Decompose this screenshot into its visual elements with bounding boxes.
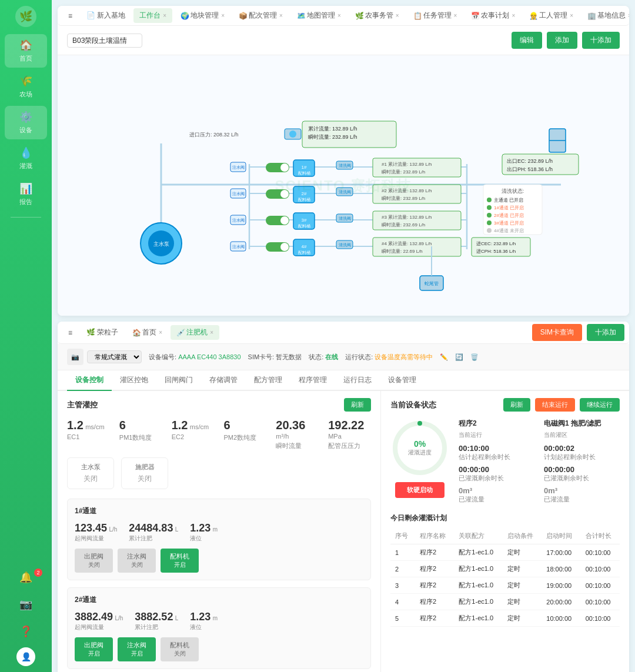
svg-text:4#: 4# bbox=[302, 244, 307, 249]
svg-point-46 bbox=[280, 163, 289, 172]
ch2-fertilizer-valve[interactable]: 出肥阀 开启 bbox=[75, 637, 113, 661]
func-tab-program[interactable]: 程序管理 bbox=[290, 370, 335, 391]
sidebar-divider bbox=[11, 217, 42, 218]
sidebar-item-camera[interactable]: 📷 bbox=[5, 593, 47, 616]
menu2-icon[interactable]: ≡ bbox=[62, 326, 78, 339]
map-close[interactable]: × bbox=[337, 12, 341, 19]
sim-query-button[interactable]: SIM卡查询 bbox=[532, 324, 582, 341]
sidebar-item-notify[interactable]: 🔔 2 bbox=[5, 566, 47, 589]
panel2-body: 主管灌控 刷新 1.2 ms/cm EC1 6 PM1数纯度 bbox=[58, 391, 629, 672]
svg-text:#2 累计流量: 132.89 L/h: #2 累计流量: 132.89 L/h bbox=[382, 188, 432, 193]
sidebar-item-irrigation[interactable]: 💧 灌溉 bbox=[5, 142, 47, 175]
add3-button[interactable]: 十添加 bbox=[587, 324, 624, 341]
svg-text:瞬时流量: 232.89 L/h: 瞬时流量: 232.89 L/h bbox=[382, 196, 425, 201]
topbar-land-mgmt[interactable]: 🌍 地块管理 × bbox=[175, 8, 230, 23]
topbar2-home[interactable]: 🏠 首页 × bbox=[126, 325, 168, 340]
stop-run-button[interactable]: 结束运行 bbox=[535, 398, 575, 412]
worker-close[interactable]: × bbox=[570, 12, 573, 19]
device-type-select[interactable]: 常规式灌溉 bbox=[87, 350, 142, 363]
help-icon: ❓ bbox=[19, 625, 32, 638]
ch1-water-valve[interactable]: 注水阀 关闭 bbox=[118, 549, 156, 573]
sidebar-item-device[interactable]: ⚙️ 设备 bbox=[5, 106, 47, 139]
svg-text:进CPH: 518.36 L/h: 进CPH: 518.36 L/h bbox=[476, 249, 516, 254]
irrigation-diagram-svg: 主水泵 累计流量: 132.89 L/h 瞬时流量: 232.89 L/h 进口… bbox=[69, 67, 617, 302]
ch2-water-valve[interactable]: 注水阀 开启 bbox=[118, 637, 156, 661]
diagram-area: SCIENTO 赛拓科技 主水泵 累计流量: 132.89 L/h 瞬时流量: … bbox=[58, 55, 629, 316]
add-button[interactable]: 添加 bbox=[547, 32, 577, 49]
panel2-header-btns: SIM卡查询 十添加 bbox=[532, 324, 624, 341]
sidebar-item-help[interactable]: ❓ bbox=[5, 620, 47, 643]
main-control-refresh[interactable]: 刷新 bbox=[344, 398, 371, 412]
main-content: ≡ 📄 新入基地 工作台 × 🌍 地块管理 × 📦 配次管理 × 🗺️ 地 bbox=[52, 0, 635, 672]
func-tab-device-control[interactable]: 设备控制 bbox=[67, 370, 112, 391]
plan-section: 今日剩余灌溉计划 序号 程序名称 关联配方 启动条件 启动时间 合计时长 bbox=[390, 513, 620, 627]
device-delete-icon[interactable]: 🗑️ bbox=[470, 353, 479, 361]
plan-close[interactable]: × bbox=[512, 12, 515, 19]
ch1-fertilizer-valve[interactable]: 出肥阀 关闭 bbox=[75, 549, 113, 573]
sidebar: 🌿 🏠 首页 🌾 农场 ⚙️ 设备 💧 灌溉 📊 报告 🔔 2 📷 ❓ 👤 bbox=[0, 0, 52, 672]
func-tab-valve[interactable]: 回闸阀门 bbox=[156, 370, 201, 391]
land-close[interactable]: × bbox=[221, 12, 225, 19]
status-refresh-btn[interactable]: 刷新 bbox=[503, 398, 530, 412]
row-seq: 1 bbox=[390, 544, 415, 561]
topbar-task-mgmt[interactable]: 📋 任务管理 × bbox=[407, 8, 463, 23]
col-program: 程序名称 bbox=[415, 528, 454, 544]
topbar-farm-affairs[interactable]: 🌿 农事务管 × bbox=[349, 8, 405, 23]
topbar-workspace[interactable]: 工作台 × bbox=[133, 8, 172, 23]
device-thumb: 📷 bbox=[67, 349, 83, 365]
svg-text:蛇尾管: 蛇尾管 bbox=[425, 281, 439, 286]
func-tab-formula[interactable]: 配方管理 bbox=[246, 370, 290, 391]
batch-close[interactable]: × bbox=[279, 12, 283, 19]
menu-icon[interactable]: ≡ bbox=[62, 9, 78, 22]
metric-ec2: 1.2 ms/cm EC2 bbox=[172, 419, 215, 450]
inject2-close[interactable]: × bbox=[210, 329, 213, 336]
prog1-time2: 00:00:00 已灌溉剩余时长 bbox=[459, 465, 534, 483]
workspace-close[interactable]: × bbox=[163, 12, 166, 19]
row-start: 18:00:00 bbox=[542, 561, 580, 577]
add2-button[interactable]: 十添加 bbox=[582, 32, 620, 49]
batch-icon: 📦 bbox=[239, 12, 248, 20]
program-card-2: 电磁阀1 拖肥/滤肥 当前灌区 00:00:02 计划起程剩余时长 00:00:… bbox=[544, 419, 620, 504]
row-program: 程序2 bbox=[415, 577, 454, 594]
topbar-worker-mgmt[interactable]: 👷 工人管理 × bbox=[523, 8, 579, 23]
sidebar-item-report[interactable]: 📊 报告 bbox=[5, 178, 47, 211]
ch1-mixer[interactable]: 配料机 开启 bbox=[161, 549, 199, 573]
device-sim: SIM卡号: 暂无数据 bbox=[248, 353, 302, 362]
sidebar-item-home[interactable]: 🏠 首页 bbox=[5, 34, 47, 68]
device-edit-icon[interactable]: ✏️ bbox=[440, 353, 448, 361]
topbar-new-base[interactable]: 📄 新入基地 bbox=[81, 8, 131, 23]
svg-text:1#: 1# bbox=[302, 165, 307, 170]
func-tab-storage[interactable]: 存储调管 bbox=[201, 370, 246, 391]
ch2-mixer[interactable]: 配料机 关闭 bbox=[161, 637, 199, 661]
topbar2-leaf[interactable]: 🌿 荣粒子 bbox=[81, 325, 124, 340]
topbar2-inject[interactable]: 💉 注肥机 × bbox=[171, 325, 219, 340]
topbar-farm-plan[interactable]: 📅 农事计划 × bbox=[465, 8, 521, 23]
ch2-metric-flow: 3882.49 L/h 起闸阀流量 bbox=[75, 611, 123, 631]
topbar-batch-mgmt[interactable]: 📦 配次管理 × bbox=[233, 8, 289, 23]
sidebar-item-farm[interactable]: 🌾 农场 bbox=[5, 70, 47, 103]
svg-text:配料桶: 配料桶 bbox=[298, 171, 310, 175]
svg-point-50 bbox=[280, 216, 289, 225]
base-selector[interactable]: B03荣段土壤温情 bbox=[67, 34, 142, 48]
base-close[interactable]: × bbox=[628, 12, 629, 19]
status-action-btns: 刷新 结束运行 继续运行 bbox=[503, 398, 620, 412]
plan-table-header-row: 序号 程序名称 关联配方 启动条件 启动时间 合计时长 bbox=[390, 528, 620, 544]
edit-button[interactable]: 编辑 bbox=[512, 32, 542, 49]
avatar[interactable]: 👤 bbox=[16, 647, 35, 666]
svg-text:注水阀: 注水阀 bbox=[232, 245, 245, 249]
topbar-map-mgmt[interactable]: 🗺️ 地图管理 × bbox=[291, 8, 347, 23]
svg-text:注水阀: 注水阀 bbox=[232, 165, 245, 169]
func-tab-device-mgmt[interactable]: 设备管理 bbox=[380, 370, 425, 391]
channel-1-metrics: 123.45 L/h 起闸阀流量 24484.83 L 累计注肥 bbox=[75, 522, 363, 543]
home-icon: 🏠 bbox=[19, 39, 32, 52]
func-tab-log[interactable]: 运行日志 bbox=[335, 370, 380, 391]
task-close[interactable]: × bbox=[454, 12, 457, 19]
func-tab-zone-control[interactable]: 灌区控饱 bbox=[112, 370, 156, 391]
start-button[interactable]: 软硬启动 bbox=[395, 482, 444, 498]
device-refresh-icon[interactable]: 🔄 bbox=[455, 353, 463, 361]
prog2-time1: 00:00:02 计划起程剩余时长 bbox=[544, 444, 620, 462]
affairs-close[interactable]: × bbox=[396, 12, 399, 19]
continue-run-button[interactable]: 继续运行 bbox=[580, 398, 620, 412]
topbar-base-info[interactable]: 🏢 基地信息 × bbox=[581, 8, 629, 23]
home2-close[interactable]: × bbox=[159, 329, 162, 336]
